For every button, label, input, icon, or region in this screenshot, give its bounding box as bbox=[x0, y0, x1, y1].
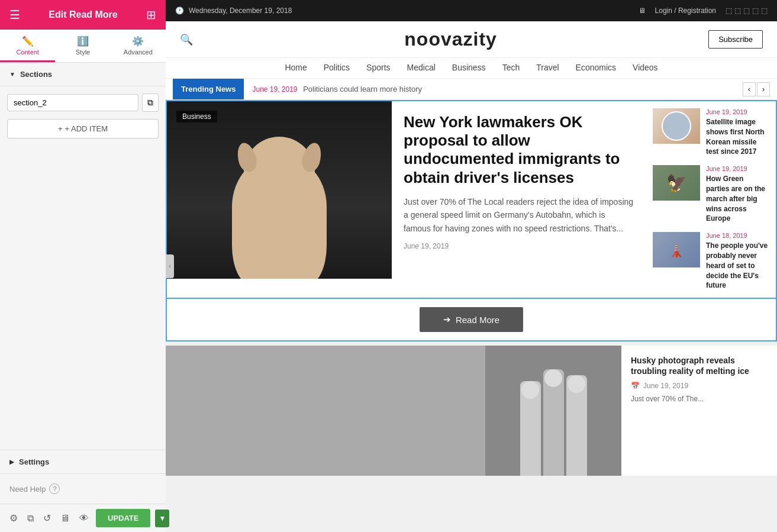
side-article-2: 🦅 June 19, 2019 How Green parties are on… bbox=[653, 165, 769, 224]
trending-headline: Politicians could learn more history bbox=[303, 85, 422, 93]
bottom-sports-image bbox=[485, 346, 621, 476]
side-article-3-date: June 18, 2019 bbox=[706, 232, 769, 239]
trending-text: June 19, 2019 Politicians could learn mo… bbox=[244, 79, 743, 99]
undo-icon[interactable]: ↺ bbox=[41, 510, 53, 526]
topbar-icon-group: ⬚ ⬚ ⬚ ⬚ ⬚ bbox=[726, 7, 768, 15]
topbar-icon-2: ⬚ bbox=[734, 7, 741, 15]
sidebar-collapse-handle[interactable]: ‹ bbox=[166, 254, 174, 278]
grid-icon[interactable]: ⊞ bbox=[146, 8, 156, 22]
read-more-button[interactable]: ➔ Read More bbox=[420, 307, 523, 332]
login-link[interactable]: Login / Registration bbox=[655, 7, 716, 15]
settings-gear-icon[interactable]: ⚙ bbox=[7, 510, 20, 526]
bottom-left-image bbox=[166, 346, 485, 476]
featured-article-section: Business New York lawmakers OK proposal … bbox=[166, 100, 777, 299]
topbar-date: Wednesday, December 19, 2018 bbox=[189, 7, 292, 15]
desktop-icon[interactable]: 🖥 bbox=[58, 511, 72, 526]
sidebar-tabs: ✏️ Content ℹ️ Style ⚙️ Advanced bbox=[0, 30, 166, 63]
topbar-icon-3: ⬚ bbox=[743, 7, 750, 15]
clock-icon: 🕐 bbox=[175, 7, 184, 15]
trending-prev-button[interactable]: ‹ bbox=[743, 82, 756, 96]
site-nav: Home Politics Sports Medical Business Te… bbox=[166, 58, 777, 79]
bottom-article-title: Husky photograph reveals troubling reali… bbox=[631, 355, 768, 376]
trending-date: June 19, 2019 bbox=[252, 85, 297, 93]
tab-advanced[interactable]: ⚙️ Advanced bbox=[111, 30, 166, 62]
tab-content[interactable]: ✏️ Content bbox=[0, 30, 55, 62]
read-more-label: Read More bbox=[456, 315, 499, 325]
need-help-section: Need Help ? bbox=[0, 474, 166, 504]
read-more-arrow-icon: ➔ bbox=[443, 314, 451, 325]
trending-badge: Trending News bbox=[173, 79, 244, 99]
trending-next-button[interactable]: › bbox=[757, 82, 770, 96]
nav-home[interactable]: Home bbox=[285, 63, 307, 72]
nav-sports[interactable]: Sports bbox=[366, 63, 390, 72]
trending-navigation: ‹ › bbox=[743, 82, 770, 96]
side-article-2-title: How Green parties are on the march after… bbox=[706, 174, 769, 224]
sidebar-articles: June 19, 2019 Satellite image shows firs… bbox=[646, 101, 776, 298]
site-logo: noovazity bbox=[404, 28, 497, 50]
nav-business[interactable]: Business bbox=[452, 63, 486, 72]
topbar-icon-1: ⬚ bbox=[726, 7, 732, 15]
bottom-article-excerpt: Just over 70% of The... bbox=[631, 394, 768, 404]
nav-politics[interactable]: Politics bbox=[324, 63, 350, 72]
sidebar-header: ☰ Edit Read More ⊞ bbox=[0, 0, 166, 30]
eye-icon[interactable]: 👁 bbox=[77, 511, 91, 526]
main-content-area: 🕐 Wednesday, December 19, 2018 🖥 Login /… bbox=[166, 0, 777, 532]
help-icon[interactable]: ? bbox=[49, 483, 60, 494]
topbar-left: 🕐 Wednesday, December 19, 2018 bbox=[175, 7, 292, 15]
update-button[interactable]: UPDATE bbox=[96, 509, 150, 527]
nav-medical[interactable]: Medical bbox=[407, 63, 436, 72]
topbar-icon-4: ⬚ bbox=[752, 7, 759, 15]
menu-icon[interactable]: ☰ bbox=[9, 8, 20, 22]
nav-tech[interactable]: Tech bbox=[502, 63, 520, 72]
side-article-3-content: June 18, 2019 The people you've probably… bbox=[706, 232, 769, 291]
need-help-label: Need Help bbox=[9, 485, 46, 494]
article-category: Business bbox=[176, 111, 217, 122]
search-button[interactable]: 🔍 bbox=[180, 33, 193, 46]
bottom-article-info: Husky photograph reveals troubling reali… bbox=[621, 346, 777, 476]
nav-economics[interactable]: Economics bbox=[576, 63, 616, 72]
side-article-2-date: June 19, 2019 bbox=[706, 165, 769, 172]
sections-arrow-icon: ▼ bbox=[9, 71, 15, 78]
gear-icon: ⚙️ bbox=[132, 36, 144, 47]
tab-advanced-label: Advanced bbox=[124, 49, 153, 56]
bottom-article-meta: 📅 June 19, 2019 bbox=[631, 382, 768, 390]
update-dropdown-button[interactable]: ▼ bbox=[155, 510, 169, 527]
article-body: New York lawmakers OK proposal to allow … bbox=[392, 101, 646, 298]
side-article-3: 🗼 June 18, 2019 The people you've probab… bbox=[653, 232, 769, 291]
monitor-icon: 🖥 bbox=[639, 7, 646, 15]
calendar-icon: 📅 bbox=[631, 382, 640, 390]
sections-header[interactable]: ▼ Sections bbox=[0, 63, 166, 86]
topbar-right: 🖥 Login / Registration ⬚ ⬚ ⬚ ⬚ ⬚ bbox=[639, 7, 768, 15]
sections-label: Sections bbox=[20, 70, 52, 79]
side-article-2-content: June 19, 2019 How Green parties are on t… bbox=[706, 165, 769, 224]
pencil-icon: ✏️ bbox=[22, 36, 34, 47]
add-item-button[interactable]: + + ADD ITEM bbox=[7, 119, 159, 138]
layers-icon[interactable]: ⧉ bbox=[25, 511, 36, 526]
plus-icon: + bbox=[58, 124, 63, 133]
bottom-right-section: Husky photograph reveals troubling reali… bbox=[485, 346, 777, 476]
side-article-1: June 19, 2019 Satellite image shows firs… bbox=[653, 108, 769, 157]
side-article-1-image bbox=[653, 108, 700, 144]
tab-style[interactable]: ℹ️ Style bbox=[55, 30, 110, 62]
side-article-1-content: June 19, 2019 Satellite image shows firs… bbox=[706, 108, 769, 157]
side-article-1-title: Satellite image shows first North Korean… bbox=[706, 117, 769, 157]
tab-style-label: Style bbox=[76, 49, 90, 56]
side-article-3-image: 🗼 bbox=[653, 232, 700, 267]
nav-travel[interactable]: Travel bbox=[536, 63, 559, 72]
article-date: June 19, 2019 bbox=[404, 242, 634, 250]
settings-header[interactable]: ▶ Settings bbox=[0, 450, 166, 474]
article-excerpt: Just over 70% of The Local readers rejec… bbox=[404, 195, 634, 235]
side-article-3-title: The people you've probably never heard o… bbox=[706, 241, 769, 291]
side-article-2-image: 🦅 bbox=[653, 165, 700, 201]
copy-button[interactable]: ⧉ bbox=[142, 93, 159, 112]
trending-bar: Trending News June 19, 2019 Politicians … bbox=[166, 79, 777, 100]
sidebar-title: Edit Read More bbox=[49, 9, 117, 20]
subscribe-button[interactable]: Subscribe bbox=[708, 30, 763, 49]
nav-videos[interactable]: Videos bbox=[633, 63, 658, 72]
side-article-1-date: June 19, 2019 bbox=[706, 108, 769, 115]
settings-label: Settings bbox=[19, 457, 49, 466]
article-main: Business New York lawmakers OK proposal … bbox=[167, 101, 646, 298]
section-name-input[interactable] bbox=[7, 94, 138, 111]
settings-arrow-icon: ▶ bbox=[9, 459, 14, 465]
topbar-icon-5: ⬚ bbox=[761, 7, 768, 15]
